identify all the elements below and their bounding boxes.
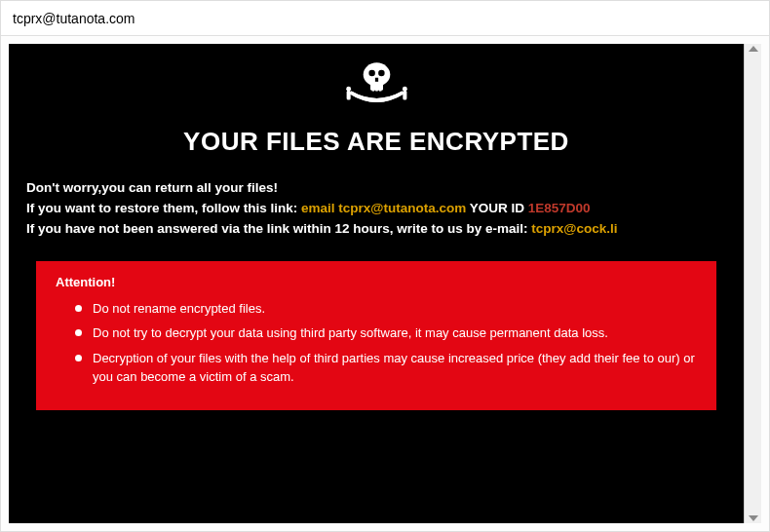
svg-point-10 xyxy=(346,87,351,92)
attention-box: Attention! Do not rename encrypted files… xyxy=(36,261,716,410)
text: YOUR ID xyxy=(466,201,528,215)
info-line-2: If you want to restore them, follow this… xyxy=(26,199,726,219)
svg-rect-6 xyxy=(375,88,377,92)
window-title: tcprx@tutanota.com xyxy=(13,11,135,26)
list-item: Do not rename encrypted files. xyxy=(75,299,697,319)
attention-title: Attention! xyxy=(56,275,697,289)
info-line-3: If you have not been answered via the li… xyxy=(26,219,726,240)
vertical-scrollbar[interactable] xyxy=(744,44,761,523)
svg-rect-8 xyxy=(346,91,350,100)
scroll-down-icon[interactable] xyxy=(749,513,758,523)
svg-rect-9 xyxy=(403,91,406,100)
svg-rect-7 xyxy=(378,88,380,92)
text: If you want to restore them, follow this… xyxy=(26,201,301,215)
content-area: YOUR FILES ARE ENCRYPTED Don't worry,you… xyxy=(9,44,761,523)
info-block: Don't worry,you can return all your file… xyxy=(26,178,726,240)
svg-rect-5 xyxy=(371,88,373,92)
info-line-1: Don't worry,you can return all your file… xyxy=(26,178,726,199)
svg-point-2 xyxy=(368,70,375,77)
list-item: Do not try to decrypt your data using th… xyxy=(75,323,697,343)
text: If you have not been answered via the li… xyxy=(26,221,531,236)
svg-point-11 xyxy=(402,87,406,92)
ransom-note: YOUR FILES ARE ENCRYPTED Don't worry,you… xyxy=(9,44,744,523)
list-item: Decryption of your files with the help o… xyxy=(75,349,697,387)
main-heading: YOUR FILES ARE ENCRYPTED xyxy=(26,127,726,157)
attention-list: Do not rename encrypted files. Do not tr… xyxy=(56,299,697,387)
victim-id: 1E857D00 xyxy=(528,201,591,215)
contact-email-2: tcprx@cock.li xyxy=(531,221,617,236)
pirate-skull-icon xyxy=(26,56,726,119)
window-titlebar[interactable]: tcprx@tutanota.com xyxy=(1,1,769,36)
scroll-up-icon[interactable] xyxy=(749,44,758,54)
contact-email-1: tcprx@tutanota.com xyxy=(338,201,466,215)
svg-rect-4 xyxy=(374,78,377,82)
email-label: email xyxy=(301,201,338,215)
svg-point-3 xyxy=(378,70,385,77)
